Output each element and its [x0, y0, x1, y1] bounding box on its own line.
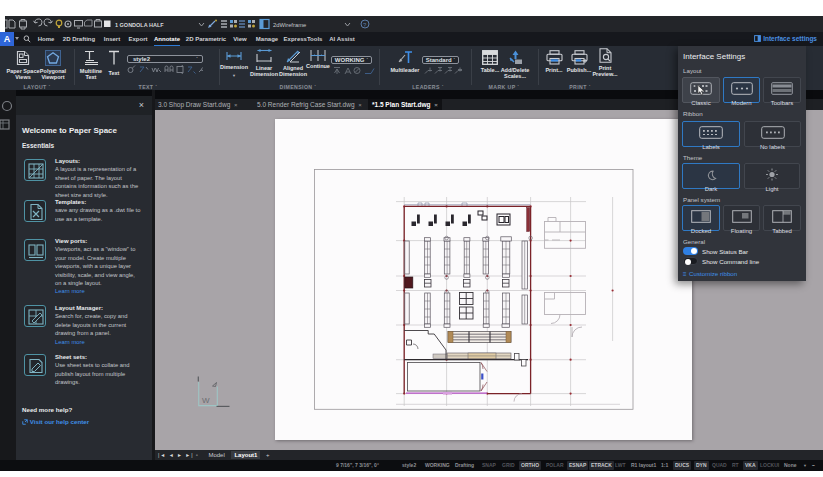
- svg-text:2dWireframe: 2dWireframe: [273, 22, 306, 28]
- svg-text:W: W: [202, 396, 210, 405]
- svg-text:?: ?: [363, 22, 367, 28]
- svg-text:1 GONDOLA HALF: 1 GONDOLA HALF: [115, 22, 164, 28]
